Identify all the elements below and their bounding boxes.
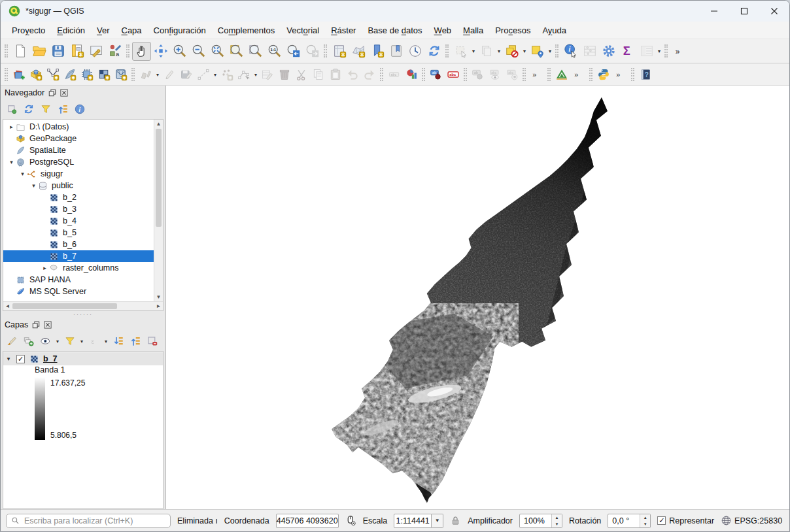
- layers-float-button[interactable]: [32, 321, 40, 329]
- project-save-button[interactable]: [48, 42, 67, 61]
- deselect-features-dropdown-icon[interactable]: ▾: [521, 48, 528, 54]
- rotation-spinner[interactable]: 0,0 ° ▲▼: [608, 514, 651, 528]
- spin-up-icon[interactable]: ▲: [640, 514, 650, 521]
- deselect-features-button[interactable]: [502, 42, 521, 61]
- open-layer-styling-button[interactable]: [3, 333, 20, 350]
- identify-features-button[interactable]: i: [561, 42, 580, 61]
- menu-ayuda[interactable]: Ayuda: [536, 24, 572, 37]
- toolbar-grip[interactable]: [126, 44, 129, 58]
- tree-item-public[interactable]: ▾public: [3, 180, 163, 191]
- refresh-map-button[interactable]: [424, 42, 443, 61]
- tree-item-b-5[interactable]: b_5: [3, 227, 163, 239]
- new-virtual-layer-button[interactable]: [95, 66, 112, 83]
- show-spatial-bookmarks-button[interactable]: [386, 42, 405, 61]
- tree-item-ms-sql-server[interactable]: MS SQL Server: [3, 286, 163, 297]
- pan-to-selection-button[interactable]: [151, 42, 170, 61]
- browser-horizontal-scrollbar[interactable]: ◄ ►: [3, 301, 163, 310]
- spin-down-icon[interactable]: ▼: [640, 521, 650, 527]
- select-by-location-button[interactable]: [528, 42, 547, 61]
- toolbar-grip[interactable]: [555, 44, 558, 58]
- manage-map-themes-dropdown-icon[interactable]: ▾: [54, 339, 61, 344]
- menu-ver[interactable]: Ver: [91, 24, 116, 37]
- project-new-button[interactable]: [10, 42, 29, 61]
- help-button[interactable]: ?: [637, 66, 654, 83]
- toolbar-grip[interactable]: [664, 44, 668, 58]
- magnifier-value[interactable]: 100%: [520, 514, 551, 527]
- filter-browser-button[interactable]: [37, 101, 54, 118]
- pin-labels-button[interactable]: ab: [428, 66, 445, 83]
- menu-capa[interactable]: Capa: [115, 24, 147, 37]
- expander-closed-icon[interactable]: ▸: [41, 265, 49, 271]
- filter-legend-button[interactable]: [61, 333, 78, 350]
- new-print-layout-button[interactable]: [67, 42, 86, 61]
- scroll-thumb[interactable]: [12, 303, 117, 309]
- tree-item-b-7[interactable]: b_7: [3, 250, 163, 262]
- highlight-pinned-labels-button[interactable]: abc: [445, 66, 462, 83]
- minimize-button[interactable]: [699, 1, 729, 22]
- menu-vectorial[interactable]: Vectorial: [281, 24, 325, 37]
- lock-scale-icon[interactable]: [450, 515, 461, 526]
- maximize-button[interactable]: [729, 1, 759, 22]
- toolbar-grip[interactable]: [464, 68, 467, 81]
- menu-configuraci-n[interactable]: Configuración: [148, 24, 212, 37]
- select-by-location-dropdown-icon[interactable]: ▾: [547, 48, 553, 54]
- statistics-panel-button[interactable]: Σ: [618, 42, 637, 61]
- zoom-out-button[interactable]: [189, 42, 208, 61]
- grass-tools-button[interactable]: [553, 66, 570, 83]
- toolbar-grip[interactable]: [324, 44, 327, 58]
- pan-map-button[interactable]: [132, 42, 151, 61]
- diagram-options-button[interactable]: [403, 66, 420, 83]
- toolbar-grip[interactable]: [380, 68, 383, 81]
- toolbar-grip[interactable]: [631, 68, 634, 81]
- crs-status[interactable]: EPSG:25830: [721, 515, 782, 526]
- expander-open-icon[interactable]: ▾: [29, 182, 38, 189]
- new-shapefile-layer-button[interactable]: [44, 66, 61, 83]
- tree-item-postgresql[interactable]: ▾PostgreSQL: [3, 156, 163, 168]
- new-3d-map-view-button[interactable]: [349, 42, 368, 61]
- new-spatialite-layer-button[interactable]: [61, 66, 78, 83]
- toolbar-grip[interactable]: [422, 68, 425, 81]
- menu-malla[interactable]: Malla: [457, 24, 489, 37]
- scale-value[interactable]: 1:114441: [394, 514, 432, 528]
- tree-item-spatialite[interactable]: SpatiaLite: [3, 144, 163, 156]
- tree-item-b-6[interactable]: b_6: [3, 239, 163, 250]
- tree-item-b-3[interactable]: b_3: [3, 203, 163, 215]
- temporal-controller-button[interactable]: [405, 42, 424, 61]
- expander-closed-icon[interactable]: ▸: [7, 124, 16, 130]
- scroll-left-icon[interactable]: ◄: [3, 303, 12, 309]
- zoom-to-selection-button[interactable]: [227, 42, 246, 61]
- rotation-value[interactable]: 0,0 °: [608, 514, 640, 527]
- coordinate-value[interactable]: 445706 4093620: [276, 514, 339, 528]
- toolbar-grip[interactable]: [523, 68, 526, 81]
- python-console-button[interactable]: [595, 66, 612, 83]
- scroll-right-icon[interactable]: ►: [154, 303, 163, 309]
- scale-combo[interactable]: 1:114441 ▼: [394, 514, 443, 528]
- extents-toggle-icon[interactable]: [345, 515, 356, 526]
- refresh-browser-button[interactable]: [20, 101, 37, 118]
- label-toolbar-overflow-button[interactable]: »: [528, 66, 545, 83]
- menu-proyecto[interactable]: Proyecto: [6, 24, 51, 37]
- project-open-button[interactable]: [29, 42, 48, 61]
- locator-search[interactable]: [6, 514, 171, 528]
- scroll-down-icon[interactable]: ▼: [154, 293, 163, 301]
- browser-vertical-scrollbar[interactable]: ▲ ▼: [154, 120, 163, 301]
- scroll-thumb[interactable]: [156, 129, 162, 227]
- layer-item-b7[interactable]: ▾ ✓ b_7: [3, 352, 163, 365]
- processing-toolbox-button[interactable]: [599, 42, 618, 61]
- toolbar-grip[interactable]: [547, 68, 551, 81]
- layer-expander-icon[interactable]: ▾: [3, 356, 14, 362]
- toolbar-overflow-button[interactable]: »: [670, 42, 689, 61]
- add-group-button[interactable]: [20, 333, 37, 350]
- new-memory-layer-button[interactable]: [112, 66, 129, 83]
- menu-complementos[interactable]: Complementos: [212, 24, 281, 37]
- browser-float-button[interactable]: [48, 89, 56, 97]
- expander-open-icon[interactable]: ▾: [7, 159, 16, 165]
- menu-procesos[interactable]: Procesos: [489, 24, 536, 37]
- zoom-in-button[interactable]: [170, 42, 189, 61]
- zoom-last-button[interactable]: [284, 42, 303, 61]
- menu-web[interactable]: Web: [428, 24, 458, 37]
- scroll-up-icon[interactable]: ▲: [154, 120, 163, 128]
- magnifier-spinner[interactable]: 100% ▲▼: [519, 514, 562, 528]
- toolbar-grip[interactable]: [5, 68, 8, 81]
- toolbar-grip[interactable]: [445, 44, 449, 58]
